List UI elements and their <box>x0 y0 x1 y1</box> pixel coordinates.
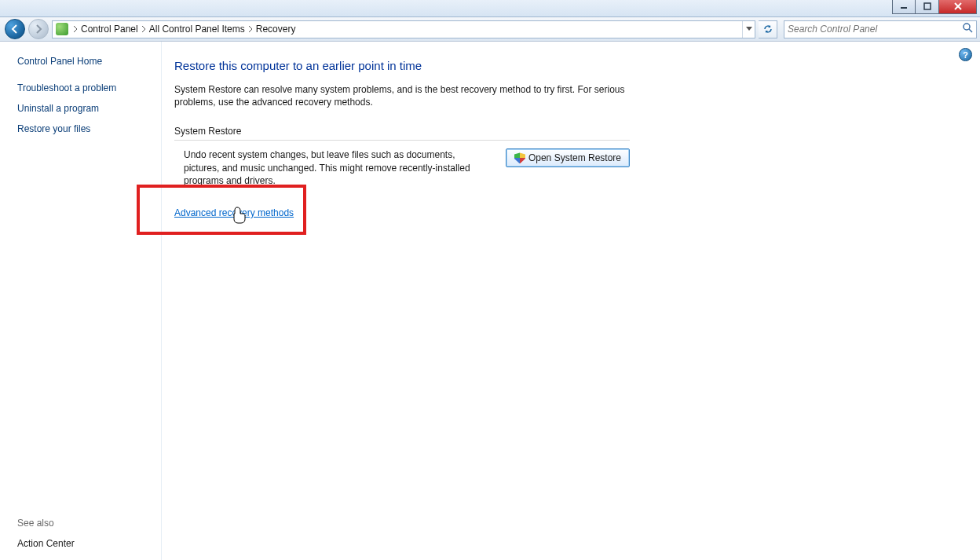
troubleshoot-link[interactable]: Troubleshoot a problem <box>17 82 153 93</box>
control-panel-home-link[interactable]: Control Panel Home <box>17 56 153 67</box>
svg-line-5 <box>969 29 972 32</box>
search-icon[interactable] <box>962 22 973 36</box>
breadcrumb-recovery[interactable]: Recovery <box>254 24 298 35</box>
advanced-recovery-link[interactable]: Advanced recovery methods <box>174 207 294 218</box>
window-buttons <box>892 0 977 14</box>
system-restore-text: Undo recent system changes, but leave fi… <box>184 148 474 187</box>
content-pane: ? Restore this computer to an earlier po… <box>161 42 980 560</box>
page-title: Restore this computer to an earlier poin… <box>174 59 949 72</box>
chevron-right-icon[interactable] <box>71 26 79 32</box>
help-icon: ? <box>963 50 968 60</box>
page-description: System Restore can resolve many system p… <box>174 83 630 108</box>
maximize-icon <box>923 2 931 10</box>
open-system-restore-label: Open System Restore <box>528 152 621 163</box>
action-center-link[interactable]: Action Center <box>17 538 153 549</box>
forward-button[interactable] <box>28 19 49 39</box>
minimize-icon <box>900 2 908 10</box>
chevron-right-icon[interactable] <box>140 26 148 32</box>
address-dropdown-button[interactable] <box>742 21 755 38</box>
system-restore-row: Undo recent system changes, but leave fi… <box>174 148 630 187</box>
help-button[interactable]: ? <box>959 48 972 61</box>
back-button[interactable] <box>5 19 25 39</box>
uninstall-link[interactable]: Uninstall a program <box>17 103 153 114</box>
navigation-bar: Control Panel All Control Panel Items Re… <box>0 17 980 42</box>
open-system-restore-button[interactable]: Open System Restore <box>506 148 630 167</box>
close-button[interactable] <box>939 0 977 14</box>
address-bar[interactable]: Control Panel All Control Panel Items Re… <box>52 20 755 38</box>
search-box[interactable] <box>784 20 977 38</box>
address-bar-right <box>742 21 755 38</box>
refresh-button[interactable] <box>759 20 777 38</box>
arrow-right-icon <box>33 24 44 35</box>
search-input[interactable] <box>788 24 962 35</box>
maximize-button[interactable] <box>916 0 939 14</box>
close-icon <box>953 2 963 10</box>
svg-rect-1 <box>924 3 931 9</box>
shield-icon <box>514 152 525 163</box>
window-titlebar <box>0 0 980 17</box>
chevron-down-icon <box>746 27 752 31</box>
minimize-button[interactable] <box>892 0 916 14</box>
see-also-label: See also <box>17 518 153 529</box>
breadcrumb-control-panel[interactable]: Control Panel <box>79 24 140 35</box>
chevron-right-icon[interactable] <box>247 26 254 32</box>
tasks-pane: Control Panel Home Troubleshoot a proble… <box>0 42 161 560</box>
system-restore-heading: System Restore <box>174 126 630 141</box>
arrow-left-icon <box>9 24 20 35</box>
restore-files-link[interactable]: Restore your files <box>17 123 153 134</box>
refresh-icon <box>762 24 773 35</box>
location-icon <box>56 23 68 35</box>
breadcrumb-all-items[interactable]: All Control Panel Items <box>148 24 247 35</box>
body: Control Panel Home Troubleshoot a proble… <box>0 42 980 560</box>
svg-point-4 <box>964 24 970 30</box>
